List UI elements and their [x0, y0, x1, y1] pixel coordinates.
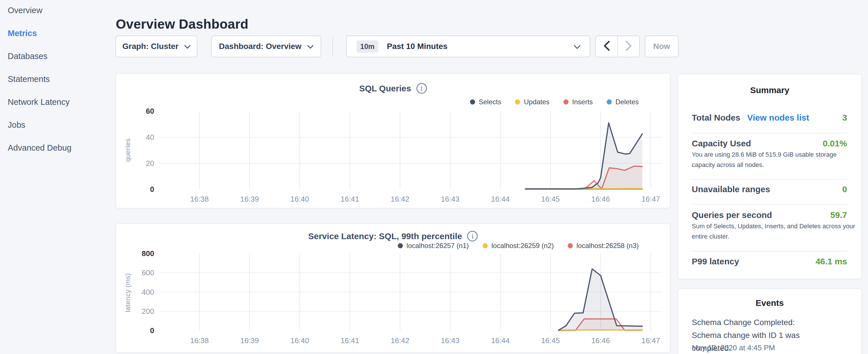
time-range-selector[interactable]: 10m Past 10 Minutes	[346, 35, 590, 57]
dashboard-selector-dropdown[interactable]: Dashboard: Overview	[211, 35, 321, 57]
summary-row-total-nodes: Total NodesView nodes list 3	[692, 113, 847, 123]
event-timestamp: May 13, 2020 at 4:45 PM	[692, 344, 775, 352]
controls-divider	[333, 37, 333, 56]
svg-text:16:43: 16:43	[441, 195, 459, 203]
p99-latency-value: 46.1 ms	[815, 257, 847, 266]
summary-panel: Summary Total NodesView nodes list 3 Cap…	[677, 74, 862, 279]
divider	[692, 179, 847, 180]
unavailable-ranges-value: 0	[842, 185, 847, 194]
svg-text:16:41: 16:41	[340, 336, 359, 345]
total-nodes-value: 3	[842, 113, 847, 123]
unavailable-ranges-label: Unavailable ranges	[692, 185, 770, 194]
svg-text:16:47: 16:47	[641, 195, 660, 203]
svg-text:16:41: 16:41	[340, 195, 359, 203]
graph-selector-dropdown[interactable]: Graph: Cluster	[116, 35, 197, 57]
capacity-used-label: Capacity Used	[692, 139, 751, 148]
summary-row-p99-latency: P99 latency 46.1 ms	[692, 257, 847, 266]
sidebar-item-metrics[interactable]: Metrics	[8, 29, 37, 38]
svg-text:200: 200	[142, 307, 154, 316]
capacity-used-description: You are using 28.6 MiB of 515.9 GiB usab…	[692, 150, 855, 170]
qps-label: Queries per second	[692, 210, 772, 220]
sql-queries-plot: 16:3816:3916:4016:4116:4216:4316:4416:45…	[116, 74, 671, 209]
step-back-button[interactable]	[596, 36, 618, 57]
sidebar-item-overview[interactable]: Overview	[8, 6, 42, 15]
svg-text:16:45: 16:45	[541, 195, 560, 203]
svg-text:16:39: 16:39	[240, 336, 259, 345]
summary-row-unavailable-ranges: Unavailable ranges 0	[692, 185, 847, 194]
svg-text:16:42: 16:42	[391, 195, 409, 203]
svg-text:16:43: 16:43	[441, 336, 459, 345]
sidebar-item-databases[interactable]: Databases	[8, 52, 48, 61]
summary-row-qps: Queries per second 59.7	[692, 210, 847, 220]
svg-text:16:42: 16:42	[391, 336, 409, 345]
divider	[692, 204, 847, 204]
svg-text:16:39: 16:39	[240, 195, 259, 203]
svg-text:16:45: 16:45	[541, 336, 560, 345]
summary-title: Summary	[678, 85, 861, 95]
svg-text:0: 0	[150, 185, 154, 194]
sidebar-item-advanced-debug[interactable]: Advanced Debug	[8, 143, 72, 153]
capacity-used-value: 0.01%	[823, 139, 847, 148]
graph-selector-label: Graph: Cluster	[122, 42, 179, 51]
svg-text:16:46: 16:46	[591, 195, 610, 203]
time-step-buttons	[595, 35, 640, 57]
sidebar-item-network-latency[interactable]: Network Latency	[8, 97, 70, 107]
summary-row-capacity: Capacity Used 0.01%	[692, 139, 847, 148]
chevron-down-icon	[184, 42, 191, 51]
svg-text:16:40: 16:40	[290, 336, 309, 345]
chevron-left-icon	[603, 41, 610, 52]
page-title: Overview Dashboard	[116, 16, 248, 32]
divider	[692, 133, 847, 133]
svg-text:16:44: 16:44	[491, 195, 509, 203]
sql-queries-chart-card: SQL Queries i SelectsUpdatesInsertsDelet…	[116, 73, 671, 208]
svg-text:16:38: 16:38	[190, 336, 209, 345]
time-window-badge: 10m	[356, 40, 378, 53]
qps-description: Sum of Selects, Updates, Inserts, and De…	[692, 221, 855, 242]
svg-text:0: 0	[150, 326, 154, 335]
svg-text:16:47: 16:47	[641, 336, 660, 345]
chevron-down-icon	[307, 42, 313, 51]
svg-text:60: 60	[146, 107, 154, 116]
svg-text:16:44: 16:44	[491, 336, 509, 345]
p99-latency-label: P99 latency	[692, 257, 739, 266]
sidebar-item-statements[interactable]: Statements	[8, 74, 50, 84]
step-forward-button[interactable]	[618, 36, 639, 57]
svg-text:16:38: 16:38	[190, 195, 209, 203]
divider	[692, 251, 847, 252]
dashboard-selector-label: Dashboard: Overview	[219, 42, 302, 51]
svg-text:40: 40	[146, 133, 154, 141]
svg-text:20: 20	[146, 159, 154, 167]
total-nodes-label: Total Nodes	[692, 113, 740, 122]
svg-text:800: 800	[142, 249, 154, 258]
time-window-label: Past 10 Minutes	[387, 42, 447, 51]
now-button[interactable]: Now	[645, 35, 679, 57]
service-latency-plot: 16:3816:3916:4016:4116:4216:4316:4416:45…	[116, 224, 671, 353]
chevron-right-icon	[626, 41, 632, 52]
svg-text:600: 600	[142, 268, 154, 277]
sidebar-item-jobs[interactable]: Jobs	[8, 120, 25, 130]
qps-value: 59.7	[831, 210, 847, 220]
view-nodes-list-link[interactable]: View nodes list	[747, 113, 809, 122]
service-latency-chart-card: Service Latency: SQL, 99th percentile i …	[116, 223, 671, 353]
events-panel: Events Schema Change Completed: Schema c…	[677, 288, 862, 354]
svg-text:16:46: 16:46	[591, 336, 610, 345]
events-title: Events	[678, 298, 861, 308]
svg-text:400: 400	[142, 288, 154, 296]
svg-text:16:40: 16:40	[290, 195, 309, 203]
chevron-down-icon	[574, 45, 581, 51]
